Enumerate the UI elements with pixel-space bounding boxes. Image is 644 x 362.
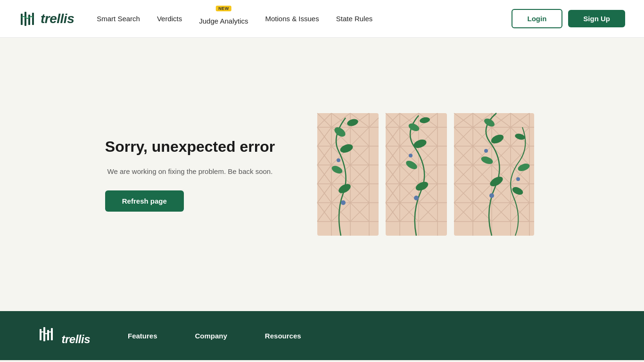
svg-rect-183 bbox=[51, 328, 53, 340]
svg-point-161 bbox=[341, 200, 346, 205]
error-content: Sorry, unexpected error We are working o… bbox=[105, 137, 275, 212]
signup-button[interactable]: Sign Up bbox=[568, 10, 625, 27]
error-illustration bbox=[313, 108, 539, 240]
footer-company: Company bbox=[195, 332, 227, 340]
nav-state-rules[interactable]: State Rules bbox=[336, 15, 373, 23]
trellis-logo-icon bbox=[19, 10, 37, 28]
logo-text: trellis bbox=[41, 11, 74, 26]
svg-point-179 bbox=[516, 177, 520, 181]
refresh-button[interactable]: Refresh page bbox=[105, 190, 184, 212]
nav-verdicts[interactable]: Verdicts bbox=[157, 15, 182, 23]
svg-point-175 bbox=[484, 149, 488, 153]
footer-resources-heading: Resources bbox=[265, 332, 301, 340]
header-actions: Login Sign Up bbox=[512, 9, 626, 28]
svg-rect-3 bbox=[32, 13, 34, 25]
footer-resources: Resources bbox=[265, 332, 301, 340]
footer-features-heading: Features bbox=[128, 332, 157, 340]
svg-point-167 bbox=[414, 196, 419, 200]
svg-point-174 bbox=[489, 193, 494, 198]
footer-logo[interactable]: trellis bbox=[38, 325, 90, 346]
logo[interactable]: trellis bbox=[19, 10, 74, 28]
svg-rect-2 bbox=[28, 15, 30, 25]
new-badge: NEW bbox=[216, 6, 231, 11]
footer: trellis Features Company Resources bbox=[0, 311, 644, 360]
nav-judge-analytics[interactable]: NEW Judge Analytics bbox=[199, 12, 248, 25]
header: trellis Smart Search Verdicts NEW Judge … bbox=[0, 0, 644, 38]
main-nav: Smart Search Verdicts NEW Judge Analytic… bbox=[97, 12, 511, 25]
svg-rect-182 bbox=[47, 330, 49, 340]
error-title: Sorry, unexpected error bbox=[105, 137, 275, 157]
svg-point-162 bbox=[337, 158, 340, 162]
svg-rect-0 bbox=[21, 14, 23, 25]
error-description: We are working on fixing the problem. Be… bbox=[105, 166, 275, 177]
nav-smart-search[interactable]: Smart Search bbox=[97, 15, 140, 23]
footer-features: Features bbox=[128, 332, 157, 340]
svg-point-168 bbox=[409, 154, 413, 157]
svg-rect-180 bbox=[40, 329, 41, 340]
footer-logo-icon bbox=[38, 325, 56, 343]
main-content: Sorry, unexpected error We are working o… bbox=[0, 38, 644, 311]
footer-company-heading: Company bbox=[195, 332, 227, 340]
nav-motions-issues[interactable]: Motions & Issues bbox=[265, 15, 319, 23]
login-button[interactable]: Login bbox=[512, 9, 563, 28]
svg-rect-97 bbox=[454, 113, 534, 236]
footer-logo-text: trellis bbox=[61, 333, 90, 346]
svg-rect-1 bbox=[25, 12, 26, 26]
500-svg bbox=[313, 108, 539, 240]
svg-rect-181 bbox=[43, 327, 45, 341]
